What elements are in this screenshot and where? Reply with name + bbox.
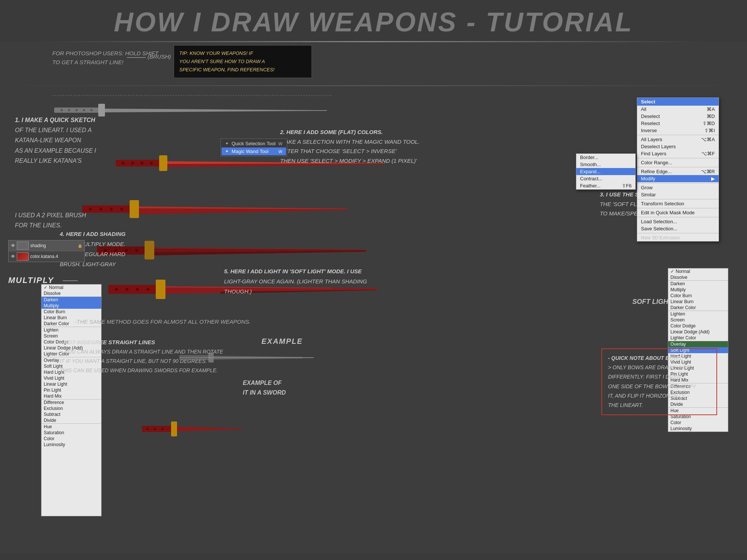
blend2-lighten[interactable]: Lighten	[668, 311, 728, 317]
submenu-contract[interactable]: Contract...	[576, 175, 635, 182]
blend-exclusion[interactable]: Exclusion	[41, 405, 101, 411]
soft-light-label: SOFT LIGHT	[632, 298, 672, 306]
menu-grow[interactable]: Grow	[637, 184, 719, 191]
bow-note-line1: - QUICK NOTE ABOUT BOWS:	[608, 354, 710, 363]
blend-saturation[interactable]: Saturation	[41, 430, 101, 436]
submenu-smooth[interactable]: Smooth...	[576, 161, 635, 168]
svg-rect-10	[159, 155, 167, 171]
blend-pin-light[interactable]: Pin Light	[41, 387, 101, 393]
blend-multiply[interactable]: Multiply	[41, 303, 101, 309]
ps-tip-line2: TO GET A STRAIGHT LINE!	[52, 58, 158, 67]
menu-deselect-layers[interactable]: Deselect Layers	[637, 143, 719, 150]
blend-darken[interactable]: Darken	[41, 297, 101, 303]
sep4	[637, 183, 719, 183]
blend-subtract[interactable]: Subtract	[41, 411, 101, 417]
magic-wand-tool[interactable]: ✦ Magic Wand Tool W	[221, 147, 286, 155]
step5-line2: THOUGH.)	[224, 286, 367, 296]
menu-all[interactable]: All⌘A	[637, 106, 719, 113]
blend2-screen[interactable]: Screen	[668, 317, 728, 323]
bow-note-line3: DIFFERENTLY: FIRST I DRAW	[608, 372, 710, 382]
blend2-darken[interactable]: Darken	[668, 281, 728, 287]
layer-thumb-color	[17, 252, 29, 261]
menu-similar[interactable]: Similar	[637, 191, 719, 198]
svg-point-21	[89, 208, 92, 211]
bow-note-line6: THE LINEART.	[608, 401, 710, 410]
blend-color[interactable]: Color	[41, 436, 101, 442]
menu-color-range[interactable]: Color Range...	[637, 159, 719, 166]
blend-linear-light[interactable]: Linear Light	[41, 381, 101, 387]
step2-text: 2. HERE I ADD SOME (FLAT) COLORS. MAKE A…	[280, 127, 419, 165]
menu-find-layers[interactable]: Find Layers⌥⌘F	[637, 150, 719, 157]
blend2-dissolve[interactable]: Dissolve	[668, 274, 728, 280]
bow-note-line2: > ONLY BOWS ARE DRAWN A BIT	[608, 363, 710, 372]
blend2-normal-check[interactable]: ✓Normal	[668, 268, 728, 274]
modify-submenu: Border... Smooth... Expand... Contract..…	[576, 153, 636, 190]
layer-color[interactable]: 👁 color.katana.4	[9, 251, 84, 262]
blend2-color-dodge[interactable]: Color Dodge	[668, 323, 728, 329]
bow-note-line5: IT, AND FLIP IT HORIZONTALLY. -	[608, 391, 710, 401]
blend-hard-mix[interactable]: Hard Mix	[41, 393, 101, 399]
svg-point-47	[136, 288, 139, 291]
step2-line1: MAKE A SELECTION WITH THE MAGIC WAND TOO…	[280, 137, 419, 147]
example-of-line2: IT IN A SWORD	[243, 388, 286, 398]
step1-heading: 1. I MAKE A QUICK SKETCH	[15, 115, 96, 125]
step1-line1: OF THE LINEART. I USED A	[15, 125, 96, 135]
tip-box: TIP: KNOW YOUR WEAPONS! IF YOU AREN'T SU…	[174, 45, 312, 78]
blend2-lighter-color[interactable]: Lighter Color	[668, 335, 728, 341]
svg-point-58	[161, 428, 164, 430]
svg-point-45	[115, 288, 118, 291]
menu-save-selection[interactable]: Save Selection...	[637, 225, 719, 232]
svg-marker-55	[177, 427, 243, 431]
menu-inverse[interactable]: Inverse⇧⌘I	[637, 127, 719, 134]
menu-reselect[interactable]: Reselect⇧⌘D	[637, 120, 719, 127]
menu-new-3d: New 3D Extrusion	[637, 234, 719, 241]
layer-shading[interactable]: 👁 shading 🔒	[9, 240, 84, 251]
blend-vivid-light[interactable]: Vivid Light	[41, 375, 101, 381]
blend-dissolve[interactable]: Dissolve	[41, 290, 101, 296]
example-of-line1: EXAMPLE OF	[243, 378, 286, 388]
layer-color-label: color.katana.4	[30, 254, 58, 259]
blend2-color[interactable]: Color	[668, 420, 728, 426]
svg-point-24	[120, 208, 123, 211]
blend2-linear-dodge[interactable]: Linear Dodge (Add)	[668, 329, 728, 335]
blend2-linear-burn[interactable]: Linear Burn	[668, 299, 728, 305]
blend-divide[interactable]: Divide	[41, 417, 101, 423]
blend-normal-check[interactable]: ✓Normal	[41, 284, 101, 290]
step4-heading: 4. HERE I ADD SHADING	[60, 229, 125, 239]
svg-rect-51	[208, 353, 214, 363]
blend2-darker-color[interactable]: Darker Color	[668, 305, 728, 311]
sep5	[637, 199, 719, 199]
blend-hue[interactable]: Hue	[41, 424, 101, 430]
blend-luminosity[interactable]: Luminosity	[41, 442, 101, 448]
quick-selection-tool[interactable]: ✦ Quick Selection Tool W	[221, 140, 286, 147]
menu-transform-selection[interactable]: Transform Selection	[637, 200, 719, 207]
submenu-border[interactable]: Border...	[576, 154, 635, 161]
step1b-line1: I USED A 2 PIXEL BRUSH	[15, 210, 86, 220]
menu-refine-edge[interactable]: Refine Edge...⌥⌘R	[637, 168, 719, 175]
blend-difference[interactable]: Difference	[41, 399, 101, 405]
sep8	[637, 233, 719, 233]
svg-point-48	[146, 288, 149, 291]
blend2-luminosity[interactable]: Luminosity	[668, 426, 728, 432]
blend2-multiply[interactable]: Multiply	[668, 287, 728, 293]
menu-load-selection[interactable]: Load Selection...	[637, 218, 719, 225]
submenu-feather[interactable]: Feather...⇧F6	[576, 182, 635, 189]
layer-thumb-shading	[17, 242, 29, 250]
menu-modify[interactable]: Modify▶	[637, 175, 719, 182]
svg-rect-1	[98, 104, 105, 116]
blend2-color-burn[interactable]: Color Burn	[668, 293, 728, 299]
step5-heading: 5. HERE I ADD LIGHT IN 'SOFT LIGHT' MODE…	[224, 266, 367, 276]
menu-quick-mask[interactable]: Edit in Quick Mask Mode	[637, 209, 719, 216]
lock-icon-1: 🔒	[78, 244, 82, 248]
blend-lighten[interactable]: Lighten	[41, 327, 101, 333]
step1b-text: I USED A 2 PIXEL BRUSH FOR THE LINES.	[15, 210, 86, 230]
step1-line4: REALLY LIKE KATANA'S	[15, 156, 96, 166]
menu-all-layers[interactable]: All Layers⌥⌘A	[637, 136, 719, 143]
blend2-overlay[interactable]: Overlay	[668, 341, 728, 347]
bow-note-line4: ONE SIDE OF THE BOW AND COPY	[608, 382, 710, 391]
step2-heading: 2. HERE I ADD SOME (FLAT) COLORS.	[280, 127, 419, 137]
menu-deselect[interactable]: Deselect⌘D	[637, 113, 719, 120]
submenu-expand[interactable]: Expand...	[576, 168, 635, 175]
blend-color-burn[interactable]: Color Burn	[41, 309, 101, 315]
brush-label: (BRUSH)	[148, 53, 171, 60]
